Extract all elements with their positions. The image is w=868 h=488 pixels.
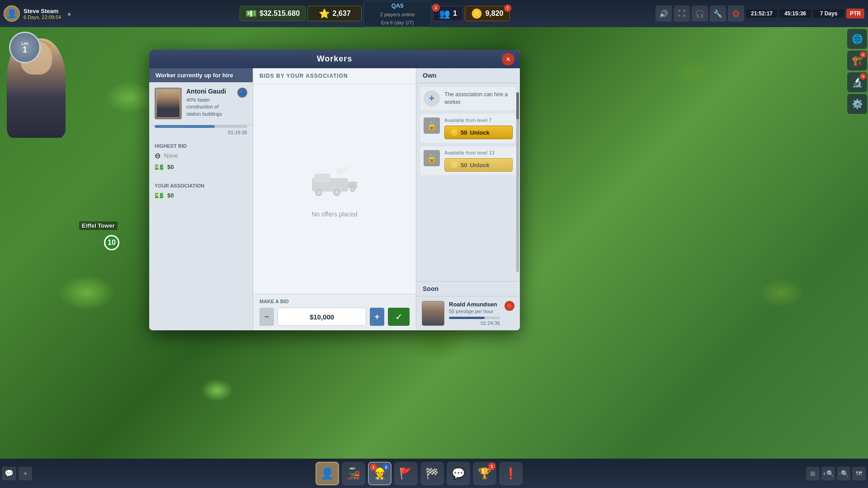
worker-portrait-inner	[157, 90, 179, 117]
level-badge: Lev 1	[9, 32, 41, 63]
locked-level-2: Available from level 13	[444, 150, 513, 155]
soon-timer-countdown: 01:24:36	[449, 320, 500, 326]
unlock-label-1: Unlock	[470, 129, 489, 136]
scrollbar[interactable]	[516, 92, 519, 272]
svg-point-10	[341, 166, 346, 172]
map-bottom-icon[interactable]: 🗺	[852, 467, 866, 480]
worker-timer: 01:19:36	[155, 130, 247, 135]
trophy-badge: 1	[488, 463, 495, 470]
globe-sidebar-icon[interactable]: 🌐	[847, 29, 867, 49]
microscope-badge: 9	[860, 73, 866, 80]
svg-point-5	[335, 191, 339, 194]
bid-decrease-button[interactable]: −	[259, 308, 274, 326]
soon-item: Roald Amundsen 50 prestige per hour 01:2…	[416, 296, 520, 330]
server-era: Era 6 (day 1/7)	[381, 20, 414, 25]
unlock-button-2[interactable]: 🪙 50 Unlock	[444, 158, 513, 172]
worker-ability: 40% faster construction of station build…	[186, 97, 233, 117]
assoc-label: YOUR ASSOCIATION	[155, 183, 247, 188]
highest-bid-money: $0	[167, 164, 174, 170]
money-bills-icon: 💵	[155, 163, 164, 171]
bid-increase-button[interactable]: +	[370, 308, 384, 326]
bid-money-row: 💵 $0	[155, 163, 247, 171]
middle-panel: BIDS BY YOUR ASSOCIATION	[253, 68, 416, 330]
player-name-block: Steve Steam 6 Days, 22:09:54	[24, 8, 61, 20]
workers-badge-1: 1	[370, 464, 377, 471]
player-avatar-bottom[interactable]: 👤	[316, 462, 339, 485]
own-scrollarea[interactable]: + The association can hire a worker. 🔒 A…	[416, 83, 520, 281]
assoc-money-icon: 💵	[155, 191, 164, 200]
assoc-bid-section: YOUR ASSOCIATION 💵 $0	[149, 178, 253, 207]
lock-icon-2: 🔒	[424, 150, 440, 166]
player-avatar[interactable]: 👤	[4, 5, 20, 22]
make-bid-label: MAKE A BID	[259, 299, 410, 304]
chat-bottom-nav-icon[interactable]: 💬	[447, 462, 470, 485]
modal-title: Workers	[317, 54, 353, 64]
right-panel: Own + The association can hire a worker.…	[416, 68, 520, 330]
player-avatar-bottom-icon: 👤	[321, 467, 334, 480]
player-info: 👤 Steve Steam 6 Days, 22:09:54 ▲	[4, 5, 94, 22]
add-chat-icon[interactable]: +	[19, 467, 32, 480]
bid-confirm-button[interactable]: ✓	[388, 308, 410, 326]
hire-worker-item: + The association can hire a worker.	[420, 87, 516, 110]
unlock-cost-2: 50	[461, 162, 467, 169]
alert-bottom-icon[interactable]: ❗	[499, 462, 523, 485]
timer-block-3: 7 Days	[813, 9, 844, 18]
grid-bottom-icon[interactable]: ⊞	[806, 467, 820, 480]
zoom-in-bottom-icon[interactable]: +🔍	[821, 467, 835, 480]
workers-bottom-icon[interactable]: 👷 2 1	[368, 462, 392, 485]
soon-portrait-inner	[422, 301, 444, 325]
checkered-flag-bottom-icon[interactable]: 🏁	[420, 462, 444, 485]
sound-icon[interactable]: 🔊	[656, 5, 672, 22]
train-bottom-icon[interactable]: 🚂	[342, 462, 365, 485]
chat-bottom-icon[interactable]: 💬	[2, 467, 16, 480]
locked-info-1: Available from level 7 🪙 50 Unlock	[444, 117, 513, 139]
timer-bar	[155, 125, 247, 128]
modal-body: Worker currently up for hire Antoni Gaud…	[149, 68, 520, 330]
top-right: 🔊 ⛶ 🎧 🔧 ⏻ 21:52:17 45:15:36 7 Days PTR	[656, 5, 864, 22]
own-header: Own	[416, 68, 520, 83]
hire-header: Worker currently up for hire	[149, 68, 253, 82]
timer-bar-container: 01:19:36	[149, 125, 253, 139]
power-icon[interactable]: ⏻	[728, 5, 744, 22]
unlock-coin-icon-2: 🪙	[450, 161, 458, 169]
unlock-button-1[interactable]: 🪙 50 Unlock	[444, 126, 513, 139]
top-center: 💵 $32.515.680 ⭐ 2,637 QA5 2 players onli…	[94, 1, 656, 27]
timer-1-value: 21:52:17	[751, 10, 773, 17]
soon-worker-ability: 50 prestige per hour	[449, 309, 500, 314]
chevron-up-icon[interactable]: ▲	[66, 10, 72, 17]
train-svg	[307, 164, 362, 201]
settings-sidebar-icon[interactable]: ⚙️	[847, 94, 867, 114]
building-sidebar-icon[interactable]: 🏗️ 8	[847, 51, 867, 70]
gold-block[interactable]: ! 🪙 9,820	[465, 6, 510, 21]
trophy-bottom-icon[interactable]: 🏆 1	[473, 462, 496, 485]
bottom-left-icons: 💬 +	[0, 467, 32, 480]
gold-icon: 🪙	[471, 8, 482, 19]
building-badge: 8	[860, 52, 866, 58]
highest-bid-section: HIGHEST BID ⊖ None 💵 $0	[149, 139, 253, 178]
unlock-cost-1: 50	[461, 129, 467, 136]
headset-icon[interactable]: 🎧	[692, 5, 708, 22]
server-block: QA5 2 players online Era 6 (day 1/7)	[363, 1, 431, 27]
left-panel: Worker currently up for hire Antoni Gaud…	[149, 68, 253, 330]
microscope-sidebar-icon[interactable]: 🔬 9	[847, 72, 867, 92]
top-bar: 👤 Steve Steam 6 Days, 22:09:54 ▲ 💵 $32.5…	[0, 0, 868, 27]
eiffel-tower-label: Eiffel Tower	[79, 221, 118, 230]
bid-amount-input[interactable]	[278, 308, 366, 326]
scrollbar-thumb[interactable]	[516, 92, 519, 119]
locked-info-2: Available from level 13 🪙 50 Unlock	[444, 150, 513, 172]
ptr-button[interactable]: PTR	[846, 9, 864, 19]
soon-header: Soon	[416, 281, 520, 296]
tools-icon[interactable]: 🔧	[710, 5, 726, 22]
fullscreen-icon[interactable]: ⛶	[674, 5, 690, 22]
workers-modal: Workers × Worker currently up for hire A…	[149, 50, 520, 330]
players-icon: 👥	[439, 8, 450, 19]
svg-point-11	[346, 165, 350, 169]
locked-item-level13: 🔒 Available from level 13 🪙 50 Unlock	[420, 146, 516, 175]
bottom-right-icons: ⊞ +🔍 -🔍 🗺	[806, 467, 868, 480]
flag-bottom-icon[interactable]: 🚩	[394, 462, 418, 485]
bid-none-text: None	[164, 152, 178, 159]
zoom-out-bottom-icon[interactable]: -🔍	[837, 467, 850, 480]
bid-input-row: MAKE A BID − + ✓	[253, 294, 416, 330]
modal-close-button[interactable]: ×	[502, 53, 514, 66]
no-bids-illustration	[303, 160, 366, 205]
